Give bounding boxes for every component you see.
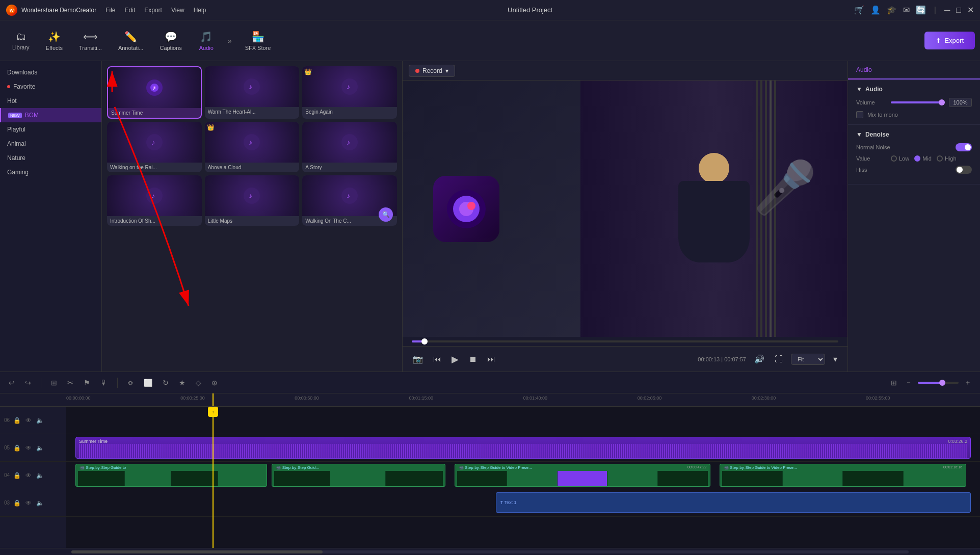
radio-btn-high[interactable] bbox=[937, 155, 943, 162]
menu-help[interactable]: Help bbox=[194, 7, 206, 14]
split-btn[interactable]: ⊞ bbox=[48, 377, 60, 388]
learn-icon[interactable]: 🎓 bbox=[887, 5, 897, 15]
sidebar-item-gaming[interactable]: Gaming bbox=[0, 165, 101, 179]
denoise-section-header[interactable]: ▼ Denoise bbox=[856, 131, 972, 138]
audio-card-summer-time[interactable]: ♪ Summer Time bbox=[107, 66, 202, 119]
user-icon[interactable]: 👤 bbox=[870, 5, 881, 15]
zoom-slider[interactable] bbox=[918, 382, 959, 384]
sidebar-item-hot[interactable]: Hot bbox=[0, 94, 101, 108]
track-lock-06[interactable]: 🔒 bbox=[12, 416, 22, 425]
maximize-btn[interactable]: □ bbox=[956, 6, 961, 15]
skip-back-btn[interactable]: ⏮ bbox=[431, 353, 443, 366]
track-lock-03[interactable]: 🔒 bbox=[12, 498, 22, 508]
menu-edit[interactable]: Edit bbox=[125, 7, 136, 14]
progress-bar[interactable] bbox=[412, 340, 838, 342]
crop-btn[interactable]: ⬜ bbox=[141, 377, 155, 388]
track-lock-04[interactable]: 🔒 bbox=[12, 471, 22, 480]
video-clip-3[interactable]: 📹 Step-by-Step Guide to Video Prese... 0… bbox=[455, 464, 710, 487]
track-lock-05[interactable]: 🔒 bbox=[12, 443, 22, 453]
radio-low[interactable]: Low bbox=[891, 155, 909, 162]
fit-view-btn[interactable]: ⊞ bbox=[888, 377, 899, 388]
close-btn[interactable]: ✕ bbox=[967, 5, 974, 15]
export-button[interactable]: ⬆ Export bbox=[924, 32, 975, 49]
volume-btn[interactable]: 🔊 bbox=[752, 352, 766, 366]
track-eye-06[interactable]: 👁 bbox=[24, 416, 33, 425]
toolbar-sfxstore[interactable]: 🏪 SFX Store bbox=[238, 28, 278, 54]
menu-file[interactable]: File bbox=[105, 7, 115, 14]
audio-section-header[interactable]: ▼ Audio bbox=[856, 86, 972, 93]
audio-card-warm-heart[interactable]: ♪ Warm The Heart-Al... bbox=[205, 66, 300, 119]
search-button[interactable]: 🔍 bbox=[379, 207, 393, 222]
toolbar-effects[interactable]: ✨ Effects bbox=[39, 28, 70, 54]
radio-btn-mid[interactable] bbox=[914, 155, 920, 162]
track-mute-03[interactable]: 🔈 bbox=[35, 498, 45, 508]
group-btn[interactable]: ⊕ bbox=[209, 377, 220, 388]
audio-card-little-maps[interactable]: ♪ Little Maps bbox=[205, 175, 300, 226]
minimize-btn[interactable]: ─ bbox=[944, 6, 950, 15]
cart-icon[interactable]: 🛒 bbox=[854, 5, 864, 15]
effects-tl-btn[interactable]: ★ bbox=[176, 377, 188, 388]
fit-dropdown[interactable]: Fit 25% 50% 75% 100% bbox=[791, 354, 825, 365]
sync-icon[interactable]: 🔄 bbox=[916, 5, 926, 15]
sidebar-item-bgm[interactable]: NEW BGM bbox=[0, 108, 101, 122]
skip-fwd-btn[interactable]: ⏭ bbox=[485, 353, 497, 366]
mix-mono-checkbox[interactable] bbox=[856, 111, 863, 118]
audio-card-begin-again[interactable]: ♪ 👑 Begin Again bbox=[302, 66, 397, 119]
audio-card-walking-rain[interactable]: ♪ Walking on the Rai... bbox=[107, 122, 202, 172]
toolbar-more[interactable]: » bbox=[224, 34, 236, 48]
audio-card-introduction[interactable]: ♪ Introduction Of Sh... bbox=[107, 175, 202, 226]
play-btn[interactable]: ▶ bbox=[449, 352, 461, 367]
keyframe-btn[interactable]: ◇ bbox=[193, 377, 204, 388]
video-clip-4[interactable]: 📹 Step-by-Step Guide to Video Prese... 0… bbox=[720, 464, 966, 487]
zoom-in-btn[interactable]: ＋ bbox=[962, 377, 974, 389]
fullscreen-btn[interactable]: ⛶ bbox=[773, 353, 785, 366]
rotate-btn[interactable]: ↻ bbox=[160, 377, 171, 388]
video-clip-2[interactable]: 📹 Step-by-Step Guid... bbox=[272, 464, 445, 487]
screenshot-btn[interactable]: 📷 bbox=[411, 352, 425, 366]
volume-slider[interactable] bbox=[891, 101, 945, 103]
speed-btn[interactable]: ≎ bbox=[125, 377, 136, 388]
normal-noise-toggle[interactable] bbox=[956, 143, 972, 151]
mic-btn[interactable]: 🎙 bbox=[98, 377, 110, 388]
sidebar-item-nature[interactable]: Nature bbox=[0, 151, 101, 165]
sidebar-item-animal[interactable]: Animal bbox=[0, 137, 101, 151]
toolbar-transitions[interactable]: ⟺ Transiti... bbox=[72, 28, 109, 54]
radio-mid[interactable]: Mid bbox=[914, 155, 932, 162]
record-dropdown-icon[interactable]: ▾ bbox=[445, 67, 448, 74]
undo-btn[interactable]: ↩ bbox=[6, 377, 17, 388]
track-mute-04[interactable]: 🔈 bbox=[35, 471, 45, 480]
audio-card-above-cloud[interactable]: ♪ 👑 Above a Cloud bbox=[205, 122, 300, 172]
zoom-out-btn[interactable]: － bbox=[903, 377, 915, 389]
sidebar-item-favorite[interactable]: Favorite bbox=[0, 80, 101, 94]
track-mute-05[interactable]: 🔈 bbox=[35, 443, 45, 453]
sidebar-item-playful[interactable]: Playful bbox=[0, 122, 101, 137]
track-eye-03[interactable]: 👁 bbox=[24, 498, 33, 508]
toolbar-library[interactable]: 🗂 Library bbox=[5, 28, 37, 54]
h-scrollbar-track[interactable] bbox=[71, 550, 909, 553]
mail-icon[interactable]: ✉ bbox=[903, 5, 910, 15]
track-mute-06[interactable]: 🔈 bbox=[35, 416, 45, 425]
audio-card-a-story[interactable]: ♪ A Story bbox=[302, 122, 397, 172]
toolbar-audio[interactable]: 🎵 Audio bbox=[191, 28, 222, 54]
menu-view[interactable]: View bbox=[171, 7, 184, 14]
zoom-thumb[interactable] bbox=[939, 380, 945, 386]
marker-btn[interactable]: ⚑ bbox=[81, 377, 93, 388]
audio-card-walking-cloud[interactable]: ♪ Walking On The C... 🔍 bbox=[302, 175, 397, 226]
fit-expand-btn[interactable]: ▾ bbox=[831, 352, 839, 366]
text-clip-1[interactable]: T Text 1 bbox=[496, 492, 971, 513]
audio-clip-summer[interactable]: Summer Time 0:03:26.2 bbox=[75, 437, 971, 458]
h-scrollbar-thumb[interactable] bbox=[71, 550, 323, 553]
menu-export[interactable]: Export bbox=[144, 7, 162, 14]
progress-thumb[interactable] bbox=[421, 338, 428, 345]
hiss-toggle[interactable] bbox=[956, 166, 972, 174]
video-clip-1[interactable]: 📹 Step-by-Step Guide to bbox=[75, 464, 268, 487]
toolbar-captions[interactable]: 💬 Captions bbox=[152, 28, 189, 54]
redo-btn[interactable]: ↪ bbox=[22, 377, 34, 388]
radio-high[interactable]: High bbox=[937, 155, 957, 162]
playhead-handle[interactable]: ↕ bbox=[208, 407, 218, 417]
track-eye-04[interactable]: 👁 bbox=[24, 471, 33, 480]
sidebar-item-downloads[interactable]: Downloads bbox=[0, 65, 101, 80]
volume-thumb[interactable] bbox=[939, 99, 945, 105]
track-eye-05[interactable]: 👁 bbox=[24, 443, 33, 453]
toolbar-annotations[interactable]: ✏️ Annotati... bbox=[111, 28, 151, 54]
